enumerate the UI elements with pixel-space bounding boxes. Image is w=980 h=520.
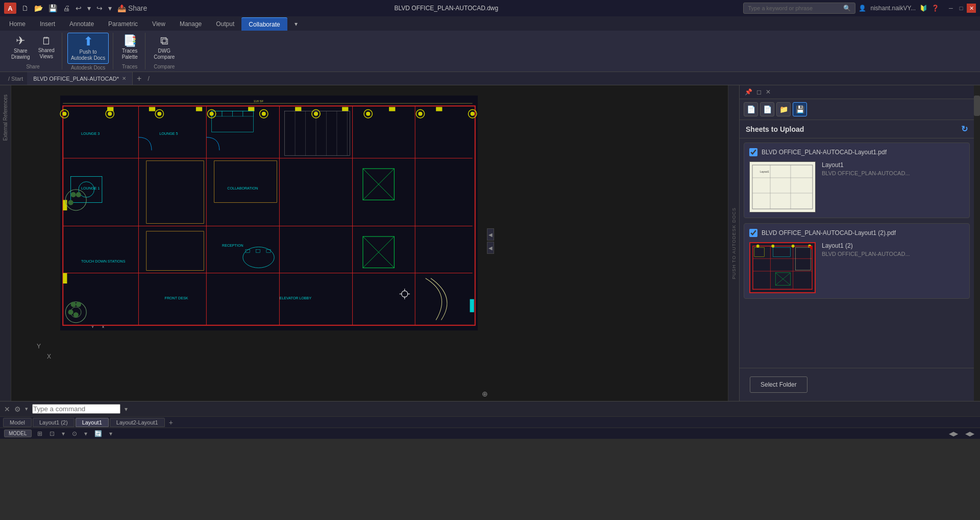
floor-plan-drawing: LOUNGE 3 LOUNGE 5 LOUNGE 1 COLLABORATION… (57, 96, 481, 330)
search-container: Type a keyword or phrase 🔍 (743, 3, 855, 14)
traces-palette-button[interactable]: 📑 TracesPalette (118, 33, 141, 62)
save-btn[interactable]: 💾 (46, 3, 59, 13)
panel-doc-icon-2[interactable]: 📄 (760, 102, 774, 116)
ortho-toggle[interactable]: ⊙ (70, 430, 79, 437)
model-tab[interactable]: Model (3, 418, 32, 427)
tab-bar: / Start BLVD OFFICE_PLAN-AUTOCAD* ✕ + / (0, 72, 980, 85)
layout-tabs: Model Layout1 (2) Layout1 Layout2-Layout… (0, 416, 980, 428)
svg-point-66 (76, 302, 81, 307)
add-layout-button[interactable]: + (166, 418, 176, 427)
cmd-dropdown[interactable]: ▾ (125, 406, 128, 413)
svg-point-65 (71, 302, 76, 307)
layout1-2-tab[interactable]: Layout1 (2) (33, 418, 75, 427)
model-status-btn[interactable]: MODEL (4, 430, 32, 437)
push-to-autodesk-icon: ⬆ (83, 35, 93, 48)
snap-toggle[interactable]: ⊡ (48, 430, 56, 437)
panel-save-icon[interactable]: 💾 (793, 102, 807, 116)
sheet-1-thumb-svg: Layout1 (750, 162, 815, 211)
dwg-compare-button[interactable]: ⧉ DWGCompare (151, 33, 178, 62)
ribbon-content: ✈ ShareDrawing 🗒 SharedViews Share ⬆ Pus… (0, 31, 980, 72)
document-tab[interactable]: BLVD OFFICE_PLAN-AUTOCAD* ✕ (27, 72, 133, 85)
ortho-dropdown[interactable]: ▾ (83, 430, 89, 437)
svg-rect-24 (389, 107, 395, 111)
cmd-close-btn[interactable]: ✕ (4, 405, 10, 413)
sheet-1-thumbnail: Layout1 (749, 161, 816, 212)
external-references-label[interactable]: External References (2, 90, 9, 145)
command-input[interactable] (32, 404, 120, 414)
search-icon[interactable]: 🔍 (843, 5, 851, 12)
new-tab-button[interactable]: + (133, 74, 145, 83)
push-to-docs-sidebar: PUSH TO AUTODESK DOCS (728, 85, 739, 401)
shared-views-icon: 🗒 (41, 36, 52, 46)
tab-parametric[interactable]: Parametric (101, 17, 145, 31)
sheet-2-info: Layout1 (2) BLVD OFFICE_PLAN-AUTOCAD... (822, 242, 910, 257)
start-tab[interactable]: / Start (4, 76, 27, 82)
tab-output[interactable]: Output (209, 17, 241, 31)
panel-folder-icon[interactable]: 📁 (776, 102, 791, 116)
rotation-toggle[interactable]: 🔄 (93, 430, 104, 437)
undo-dropdown[interactable]: ▾ (85, 3, 93, 13)
refresh-button[interactable]: ↻ (961, 124, 968, 134)
tab-home[interactable]: Home (2, 17, 33, 31)
svg-point-58 (366, 112, 370, 116)
new-btn[interactable]: 🗋 (19, 3, 31, 13)
tab-insert[interactable]: Insert (33, 17, 62, 31)
tab-collaborate[interactable]: Collaborate (241, 17, 287, 31)
expand-left-icon[interactable]: ◀▶ (947, 430, 960, 437)
svg-text:Y: Y (91, 325, 93, 328)
print-btn[interactable]: 🖨 (61, 3, 72, 13)
panel-close-bar: 📌 ◻ ✕ (740, 85, 974, 99)
svg-point-60 (418, 112, 422, 116)
svg-rect-21 (248, 107, 254, 111)
canvas-area[interactable]: LOUNGE 3 LOUNGE 5 LOUNGE 1 COLLABORATION… (11, 85, 728, 401)
sheet-2-checkbox[interactable] (749, 229, 757, 237)
resize-crosshair[interactable]: ⊕ (482, 390, 488, 398)
panel-expand-icons: ◀ ◀ (487, 228, 494, 254)
tab-annotate[interactable]: Annotate (62, 17, 101, 31)
push-to-autodesk-button[interactable]: ⬆ Push toAutodesk Docs (67, 33, 109, 64)
tab-view[interactable]: View (145, 17, 173, 31)
close-btn[interactable]: ✕ (967, 4, 976, 13)
snap-dropdown[interactable]: ▾ (60, 430, 66, 437)
tab-manage[interactable]: Manage (173, 17, 209, 31)
svg-rect-22 (295, 107, 301, 111)
layout2-tab[interactable]: Layout2-Layout1 (110, 418, 165, 427)
expand-panel-bottom[interactable]: ◀ (487, 242, 494, 254)
svg-text:LOUNGE 5: LOUNGE 5 (159, 132, 178, 136)
account-icon[interactable]: 🔰 (920, 5, 927, 12)
ribbon-group-compare: ⧉ DWGCompare Compare (146, 33, 182, 69)
document-title: BLVD OFFICE_PLAN-AUTOCAD.dwg (152, 5, 740, 12)
doc-tab-close[interactable]: ✕ (122, 76, 126, 81)
expand-right-icon[interactable]: ◀▶ (964, 430, 976, 437)
grid-toggle[interactable]: ⊞ (36, 430, 44, 437)
redo-btn[interactable]: ↪ (94, 3, 105, 13)
username[interactable]: nishant.naikVY... (870, 5, 916, 12)
panel-restore-btn[interactable]: ◻ (755, 87, 763, 97)
minimize-btn[interactable]: ─ (946, 4, 955, 13)
rotation-dropdown[interactable]: ▾ (108, 430, 114, 437)
undo-btn[interactable]: ↩ (74, 3, 84, 13)
tab-extra[interactable]: ▾ (287, 17, 305, 31)
share-btn[interactable]: 📤 Share (115, 3, 149, 13)
redo-dropdown[interactable]: ▾ (106, 3, 114, 13)
expand-panel-top[interactable]: ◀ (487, 228, 494, 241)
svg-rect-20 (196, 107, 202, 111)
sheet-1-preview: Layout1 Layout1 BLVD OFFICE_PLAN-AUTOCAD… (749, 161, 964, 212)
share-drawing-button[interactable]: ✈ ShareDrawing (8, 33, 33, 62)
help-btn[interactable]: ❓ (932, 5, 939, 12)
sheet-1-checkbox[interactable] (749, 148, 757, 156)
sheet-1-header: BLVD OFFICE_PLAN-AUTOCAD-Layout1.pdf (749, 148, 964, 156)
open-btn[interactable]: 📂 (32, 3, 45, 13)
shared-views-button[interactable]: 🗒 SharedViews (35, 34, 58, 62)
panel-pin-btn[interactable]: 📌 (744, 87, 753, 97)
right-scrollbar[interactable] (974, 85, 980, 401)
layout1-tab[interactable]: Layout1 (76, 418, 109, 427)
ribbon-group-traces: 📑 TracesPalette Traces (114, 33, 145, 69)
panel-close-btn[interactable]: ✕ (765, 87, 772, 97)
autocad-logo: A (4, 3, 16, 14)
panel-doc-icon-1[interactable]: 📄 (744, 102, 758, 116)
maximize-btn[interactable]: □ (957, 4, 966, 13)
adocs-group-items: ⬆ Push toAutodesk Docs (67, 33, 109, 64)
cmd-settings-btn[interactable]: ⚙ (14, 405, 21, 413)
select-folder-button[interactable]: Select Folder (750, 376, 807, 393)
